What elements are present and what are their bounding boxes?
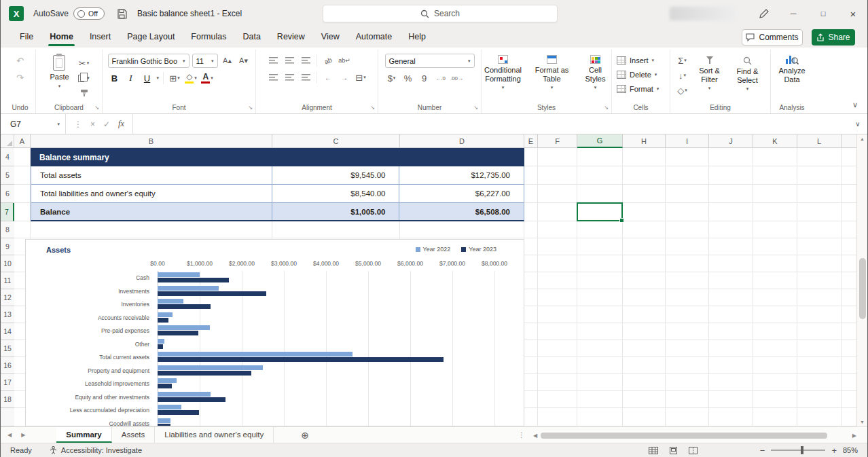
row-header-5[interactable]: 5 (1, 166, 14, 185)
accounting-format-button[interactable]: $▾ (385, 71, 399, 85)
row-header-8[interactable]: 8 (1, 221, 14, 238)
row-header-13[interactable]: 13 (1, 306, 14, 323)
clipboard-dialog-launcher[interactable]: ↘ (94, 105, 99, 111)
zoom-out-button[interactable]: − (760, 445, 765, 456)
cell-b6[interactable]: Total liabilities and owner's equity (31, 185, 272, 202)
save-icon[interactable] (114, 6, 129, 21)
column-header-F[interactable]: F (538, 134, 577, 148)
scroll-down-arrow-icon[interactable]: ▼ (857, 420, 867, 424)
column-header-J[interactable]: J (709, 134, 753, 148)
column-header-filler[interactable] (842, 134, 858, 148)
row-header-14[interactable]: 14 (1, 323, 14, 340)
search-input[interactable]: Search (323, 5, 558, 22)
clear-button[interactable]: ◇▾ (676, 84, 689, 97)
increase-decimal-button[interactable]: ←.0 (434, 71, 448, 85)
fill-button[interactable]: ↓▾ (676, 69, 689, 82)
enter-icon[interactable]: ✓ (103, 120, 110, 129)
format-cells-button[interactable]: Format ▾ (617, 82, 659, 96)
ribbon-tab-help[interactable]: Help (400, 27, 434, 48)
align-center-button[interactable] (283, 71, 296, 84)
row-header-17[interactable]: 17 (1, 374, 14, 391)
ribbon-tab-home[interactable]: Home (41, 27, 82, 48)
format-painter-button[interactable] (77, 86, 91, 100)
wrap-text-button[interactable]: ab↵ (338, 54, 351, 67)
horizontal-scroll-track[interactable] (541, 433, 849, 439)
font-dialog-launcher[interactable]: ↘ (248, 105, 253, 111)
name-box[interactable]: G7 ▾ (1, 114, 66, 134)
tab-overflow-icon[interactable]: ⋮ (518, 431, 525, 439)
row-header-16[interactable]: 16 (1, 357, 14, 374)
cells-area[interactable]: Balance summary Total assets $9,545.00 $… (14, 148, 858, 426)
format-as-table-button[interactable]: Format as Table ▾ (528, 54, 576, 92)
insert-function-icon[interactable]: fx (118, 119, 124, 129)
select-all-corner[interactable] (1, 134, 14, 148)
selected-cell-G7[interactable] (577, 202, 623, 221)
next-sheet-arrow-icon[interactable]: ▶ (21, 432, 25, 438)
cell-d5[interactable]: $12,735.00 (399, 166, 524, 184)
row-header-9[interactable]: 9 (1, 238, 14, 255)
styles-dialog-launcher[interactable]: ↘ (604, 105, 609, 111)
vertical-scrollbar-thumb[interactable] (859, 258, 866, 319)
cell-d6[interactable]: $6,227.00 (399, 185, 524, 202)
row-header-6[interactable]: 6 (1, 185, 14, 203)
vertical-scrollbar[interactable]: ▲ ▼ (856, 134, 867, 426)
conditional-formatting-button[interactable]: Conditional Formatting ▾ (480, 54, 527, 92)
ribbon-tab-review[interactable]: Review (269, 27, 313, 48)
number-format-combo[interactable]: General ▾ (385, 54, 475, 68)
row-header-11[interactable]: 11 (1, 272, 14, 289)
row-header-15[interactable]: 15 (1, 340, 14, 357)
zoom-slider[interactable] (771, 450, 825, 451)
delete-cells-button[interactable]: Delete ▾ (617, 68, 659, 81)
expand-formula-bar-chevron-icon[interactable]: ∨ (848, 120, 867, 128)
cell-c5[interactable]: $9,545.00 (272, 166, 400, 184)
column-header-B[interactable]: B (31, 134, 272, 148)
scroll-up-arrow-icon[interactable]: ▲ (857, 136, 867, 141)
increase-indent-button[interactable]: → (338, 71, 351, 84)
align-right-button[interactable] (299, 71, 312, 84)
maximize-button[interactable]: □ (808, 0, 838, 27)
sheet-tab-summary[interactable]: Summary (56, 427, 111, 443)
page-break-preview-button[interactable] (689, 447, 698, 454)
zoom-slider-thumb[interactable] (801, 446, 803, 454)
middle-align-button[interactable] (283, 54, 296, 67)
row-header-7[interactable]: 7 (1, 203, 14, 221)
bottom-align-button[interactable] (299, 54, 312, 67)
cell-b7[interactable]: Balance (31, 203, 272, 220)
row-header-12[interactable]: 12 (1, 289, 14, 306)
horizontal-scrollbar-thumb[interactable] (541, 433, 827, 439)
assets-bar-chart[interactable]: Assets Year 2022 Year 2023 $0.00$1,000.0… (25, 239, 524, 426)
orientation-button[interactable]: ab (319, 52, 337, 69)
column-header-H[interactable]: H (623, 134, 666, 148)
bold-button[interactable]: B (108, 71, 122, 85)
font-color-button[interactable]: A ▾ (200, 71, 214, 85)
ribbon-tab-file[interactable]: File (12, 27, 41, 48)
normal-view-button[interactable] (649, 447, 658, 454)
column-header-D[interactable]: D (400, 134, 524, 148)
merge-center-button[interactable]: ⊟▾ (354, 71, 367, 84)
increase-font-size-button[interactable]: A▴ (221, 54, 234, 68)
excel-app-icon[interactable]: X (9, 6, 24, 21)
alignment-dialog-launcher[interactable]: ↘ (370, 105, 375, 111)
sort-filter-button[interactable]: Sort & Filter ▾ (692, 54, 727, 97)
cell-c7[interactable]: $1,005.00 (272, 203, 400, 220)
find-select-button[interactable]: Find & Select ▾ (730, 54, 765, 97)
font-name-combo[interactable]: Franklin Gothic Boo ▾ (108, 54, 189, 68)
column-header-E[interactable]: E (524, 134, 538, 148)
balance-summary-header-cell[interactable]: Balance summary (31, 148, 524, 166)
fill-color-button[interactable]: ◇ ▾ (184, 71, 198, 85)
zoom-in-button[interactable]: + (831, 445, 837, 456)
ribbon-tab-data[interactable]: Data (234, 27, 268, 48)
ribbon-tab-automate[interactable]: Automate (348, 27, 401, 48)
page-layout-view-button[interactable] (669, 447, 678, 454)
decrease-indent-button[interactable]: ← (321, 71, 335, 84)
number-dialog-launcher[interactable]: ↘ (473, 105, 478, 111)
copy-button[interactable]: ▾ (77, 71, 91, 85)
prev-sheet-arrow-icon[interactable]: ◀ (7, 432, 12, 438)
formula-input[interactable] (133, 114, 848, 134)
collapse-ribbon-chevron-icon[interactable]: ∨ (852, 100, 858, 109)
align-left-button[interactable] (266, 71, 280, 84)
top-align-button[interactable] (266, 54, 280, 67)
undo-button[interactable]: ↶ (14, 54, 27, 67)
ribbon-tab-formulas[interactable]: Formulas (183, 27, 234, 48)
insert-cells-button[interactable]: Insert ▾ (617, 54, 659, 67)
